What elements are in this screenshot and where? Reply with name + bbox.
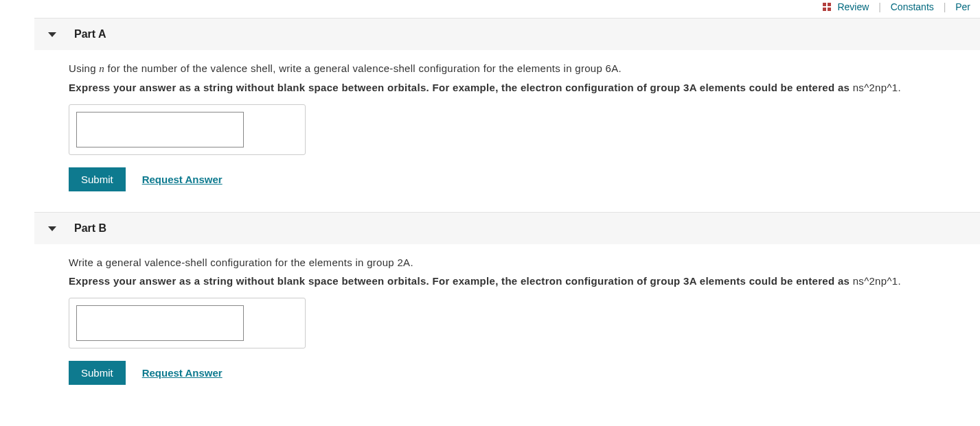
part-b-question: Write a general valence-shell configurat… <box>69 257 966 268</box>
hint-main: Express your answer as a string without … <box>69 82 853 93</box>
part-a-answer-input[interactable] <box>76 112 244 147</box>
request-answer-link[interactable]: Request Answer <box>142 367 223 379</box>
part-b-hint: Express your answer as a string without … <box>69 275 966 287</box>
part-b-header: Part B <box>34 212 980 244</box>
part-a-answer-box <box>69 104 306 155</box>
separator: | <box>878 1 881 12</box>
hint-example: ns^2np^1. <box>853 275 901 287</box>
top-links-bar: Review | Constants | Per <box>0 0 980 18</box>
part-a-question: Using n for the number of the valence sh… <box>69 62 966 75</box>
constants-link[interactable]: Constants <box>891 1 934 12</box>
grid-icon <box>823 3 831 11</box>
review-link[interactable]: Review <box>837 1 869 12</box>
part-b-button-row: Submit Request Answer <box>69 361 966 385</box>
part-b-body: Write a general valence-shell configurat… <box>34 244 980 405</box>
main-container: Part A Using n for the number of the val… <box>34 18 980 405</box>
periodic-link[interactable]: Per <box>955 1 970 12</box>
question-pre: Using <box>69 62 99 74</box>
part-b-answer-box <box>69 298 306 348</box>
question-post: for the number of the valence shell, wri… <box>104 62 622 74</box>
part-a-header: Part A <box>34 18 980 50</box>
submit-button[interactable]: Submit <box>69 167 126 191</box>
collapse-arrow-icon[interactable] <box>48 32 56 37</box>
part-b-title: Part B <box>74 222 106 235</box>
hint-example: ns^2np^1. <box>853 82 901 93</box>
separator: | <box>944 1 946 12</box>
hint-main: Express your answer as a string without … <box>69 275 853 287</box>
part-a-title: Part A <box>74 28 106 40</box>
part-b-answer-input[interactable] <box>76 305 244 341</box>
part-a-hint: Express your answer as a string without … <box>69 82 966 93</box>
part-a-button-row: Submit Request Answer <box>69 167 966 191</box>
request-answer-link[interactable]: Request Answer <box>142 174 223 185</box>
submit-button[interactable]: Submit <box>69 361 126 385</box>
question-variable: n <box>99 63 104 74</box>
collapse-arrow-icon[interactable] <box>48 226 56 231</box>
part-a-body: Using n for the number of the valence sh… <box>34 50 980 212</box>
